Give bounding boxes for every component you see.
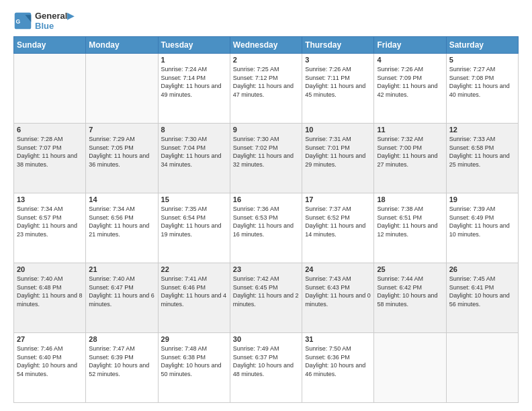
day-number: 13 [17, 195, 83, 203]
day-number: 23 [233, 265, 299, 273]
day-number: 25 [377, 265, 443, 273]
calendar-week-3: 20Sunrise: 7:40 AM Sunset: 6:48 PM Dayli… [14, 263, 519, 333]
day-number: 22 [161, 265, 227, 273]
day-info: Sunrise: 7:31 AM Sunset: 7:01 PM Dayligh… [305, 135, 371, 169]
day-number: 4 [377, 56, 443, 64]
day-number: 12 [449, 126, 515, 134]
calendar-header-row: SundayMondayTuesdayWednesdayThursdayFrid… [14, 37, 519, 54]
calendar-cell: 17Sunrise: 7:37 AM Sunset: 6:52 PM Dayli… [302, 193, 374, 263]
day-info: Sunrise: 7:40 AM Sunset: 6:47 PM Dayligh… [89, 275, 154, 308]
day-info: Sunrise: 7:35 AM Sunset: 6:54 PM Dayligh… [161, 205, 227, 238]
day-number: 20 [17, 265, 83, 273]
day-number: 26 [449, 265, 515, 273]
day-info: Sunrise: 7:36 AM Sunset: 6:53 PM Dayligh… [233, 205, 299, 238]
day-number: 2 [233, 56, 299, 64]
day-info: Sunrise: 7:39 AM Sunset: 6:49 PM Dayligh… [449, 205, 515, 238]
calendar-week-0: 1Sunrise: 7:24 AM Sunset: 7:14 PM Daylig… [14, 54, 519, 124]
calendar-cell: 27Sunrise: 7:46 AM Sunset: 6:40 PM Dayli… [14, 333, 86, 403]
calendar-week-2: 13Sunrise: 7:34 AM Sunset: 6:57 PM Dayli… [14, 193, 519, 263]
calendar-cell: 8Sunrise: 7:30 AM Sunset: 7:04 PM Daylig… [158, 124, 230, 193]
day-info: Sunrise: 7:29 AM Sunset: 7:05 PM Dayligh… [89, 135, 154, 169]
calendar-cell: 14Sunrise: 7:34 AM Sunset: 6:56 PM Dayli… [86, 193, 158, 263]
calendar-cell: 26Sunrise: 7:45 AM Sunset: 6:41 PM Dayli… [446, 263, 518, 333]
day-number: 3 [305, 56, 371, 64]
day-info: Sunrise: 7:24 AM Sunset: 7:14 PM Dayligh… [161, 65, 227, 99]
calendar-cell: 11Sunrise: 7:32 AM Sunset: 7:00 PM Dayli… [374, 124, 446, 193]
day-number: 29 [161, 335, 227, 343]
weekday-header-tuesday: Tuesday [158, 37, 230, 54]
day-info: Sunrise: 7:27 AM Sunset: 7:08 PM Dayligh… [449, 65, 515, 99]
logo-text: General▶ Blue [35, 11, 74, 31]
calendar-cell: 10Sunrise: 7:31 AM Sunset: 7:01 PM Dayli… [302, 124, 374, 193]
calendar-cell: 25Sunrise: 7:44 AM Sunset: 6:42 PM Dayli… [374, 263, 446, 333]
day-number: 15 [161, 195, 227, 203]
day-number: 28 [89, 335, 154, 343]
weekday-header-sunday: Sunday [14, 37, 86, 54]
calendar-table: SundayMondayTuesdayWednesdayThursdayFrid… [13, 36, 519, 403]
calendar-cell: 6Sunrise: 7:28 AM Sunset: 7:07 PM Daylig… [14, 124, 86, 193]
calendar-cell: 5Sunrise: 7:27 AM Sunset: 7:08 PM Daylig… [446, 54, 518, 124]
day-number: 19 [449, 195, 515, 203]
day-info: Sunrise: 7:26 AM Sunset: 7:09 PM Dayligh… [377, 65, 443, 99]
day-number: 6 [17, 126, 83, 134]
day-number: 30 [233, 335, 299, 343]
weekday-header-friday: Friday [374, 37, 446, 54]
page: G General▶ Blue SundayMondayTuesdayWedne… [0, 0, 532, 411]
day-number: 24 [305, 265, 371, 273]
calendar-cell: 16Sunrise: 7:36 AM Sunset: 6:53 PM Dayli… [230, 193, 302, 263]
calendar-cell: 7Sunrise: 7:29 AM Sunset: 7:05 PM Daylig… [86, 124, 158, 193]
day-info: Sunrise: 7:37 AM Sunset: 6:52 PM Dayligh… [305, 205, 371, 238]
day-number: 31 [305, 335, 371, 343]
day-number: 5 [449, 56, 515, 64]
calendar-cell [374, 333, 446, 403]
day-number: 17 [305, 195, 371, 203]
day-number: 14 [89, 195, 154, 203]
calendar-cell: 2Sunrise: 7:25 AM Sunset: 7:12 PM Daylig… [230, 54, 302, 124]
header: G General▶ Blue [13, 11, 519, 31]
day-info: Sunrise: 7:30 AM Sunset: 7:02 PM Dayligh… [233, 135, 299, 169]
day-number: 9 [233, 126, 299, 134]
calendar-cell: 4Sunrise: 7:26 AM Sunset: 7:09 PM Daylig… [374, 54, 446, 124]
calendar-cell: 24Sunrise: 7:43 AM Sunset: 6:43 PM Dayli… [302, 263, 374, 333]
calendar-body: 1Sunrise: 7:24 AM Sunset: 7:14 PM Daylig… [14, 54, 519, 403]
calendar-cell: 28Sunrise: 7:47 AM Sunset: 6:39 PM Dayli… [86, 333, 158, 403]
calendar-cell: 22Sunrise: 7:41 AM Sunset: 6:46 PM Dayli… [158, 263, 230, 333]
day-info: Sunrise: 7:50 AM Sunset: 6:36 PM Dayligh… [305, 345, 371, 378]
day-info: Sunrise: 7:44 AM Sunset: 6:42 PM Dayligh… [377, 275, 443, 308]
logo-line1: General▶ [35, 11, 74, 21]
calendar-cell [446, 333, 518, 403]
logo: G General▶ Blue [13, 11, 74, 31]
weekday-header-thursday: Thursday [302, 37, 374, 54]
day-info: Sunrise: 7:47 AM Sunset: 6:39 PM Dayligh… [89, 345, 154, 378]
day-number: 21 [89, 265, 154, 273]
day-number: 18 [377, 195, 443, 203]
day-number: 27 [17, 335, 83, 343]
day-number: 7 [89, 126, 154, 134]
calendar-cell: 20Sunrise: 7:40 AM Sunset: 6:48 PM Dayli… [14, 263, 86, 333]
calendar-cell: 21Sunrise: 7:40 AM Sunset: 6:47 PM Dayli… [86, 263, 158, 333]
calendar-cell: 31Sunrise: 7:50 AM Sunset: 6:36 PM Dayli… [302, 333, 374, 403]
day-info: Sunrise: 7:28 AM Sunset: 7:07 PM Dayligh… [17, 135, 83, 169]
day-info: Sunrise: 7:40 AM Sunset: 6:48 PM Dayligh… [17, 275, 83, 308]
day-info: Sunrise: 7:48 AM Sunset: 6:38 PM Dayligh… [161, 345, 227, 378]
day-info: Sunrise: 7:30 AM Sunset: 7:04 PM Dayligh… [161, 135, 227, 169]
day-info: Sunrise: 7:42 AM Sunset: 6:45 PM Dayligh… [233, 275, 299, 308]
day-info: Sunrise: 7:46 AM Sunset: 6:40 PM Dayligh… [17, 345, 83, 378]
calendar-cell: 1Sunrise: 7:24 AM Sunset: 7:14 PM Daylig… [158, 54, 230, 124]
calendar-cell: 12Sunrise: 7:33 AM Sunset: 6:58 PM Dayli… [446, 124, 518, 193]
day-info: Sunrise: 7:41 AM Sunset: 6:46 PM Dayligh… [161, 275, 227, 308]
day-info: Sunrise: 7:32 AM Sunset: 7:00 PM Dayligh… [377, 135, 443, 169]
day-info: Sunrise: 7:43 AM Sunset: 6:43 PM Dayligh… [305, 275, 371, 308]
weekday-header-wednesday: Wednesday [230, 37, 302, 54]
calendar-cell [86, 54, 158, 124]
day-info: Sunrise: 7:49 AM Sunset: 6:37 PM Dayligh… [233, 345, 299, 378]
day-number: 1 [161, 56, 227, 64]
day-number: 10 [305, 126, 371, 134]
day-info: Sunrise: 7:34 AM Sunset: 6:57 PM Dayligh… [17, 205, 83, 238]
logo-line2: Blue [35, 21, 74, 31]
calendar-cell: 30Sunrise: 7:49 AM Sunset: 6:37 PM Dayli… [230, 333, 302, 403]
calendar-cell: 19Sunrise: 7:39 AM Sunset: 6:49 PM Dayli… [446, 193, 518, 263]
calendar-cell: 3Sunrise: 7:26 AM Sunset: 7:11 PM Daylig… [302, 54, 374, 124]
day-info: Sunrise: 7:45 AM Sunset: 6:41 PM Dayligh… [449, 275, 515, 308]
day-info: Sunrise: 7:38 AM Sunset: 6:51 PM Dayligh… [377, 205, 443, 238]
